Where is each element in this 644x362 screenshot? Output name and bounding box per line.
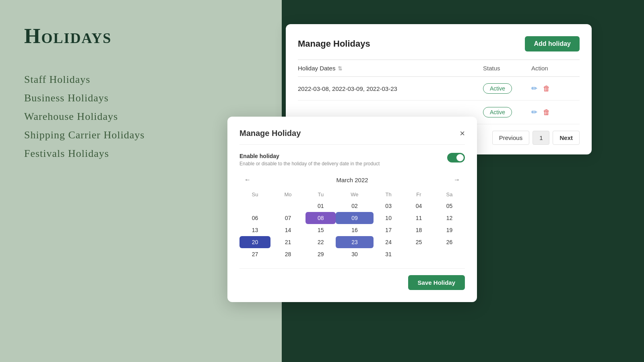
next-button[interactable]: Next xyxy=(553,131,580,145)
calendar-day[interactable]: 18 xyxy=(404,224,434,236)
close-button[interactable]: × xyxy=(460,129,465,138)
sidebar-item-warehouse-holidays[interactable]: Warehouse Holidays xyxy=(24,109,250,124)
card-header: Manage Holidays Add holiday xyxy=(298,36,580,51)
calendar-day[interactable]: 30 xyxy=(336,248,373,260)
calendar-day[interactable]: 11 xyxy=(404,212,434,224)
sort-icon: ⇅ xyxy=(338,65,343,72)
calendar-month: March 2022 xyxy=(336,177,368,183)
edit-icon[interactable]: ✏ xyxy=(531,84,537,93)
calendar-day[interactable]: 02 xyxy=(336,200,373,212)
page-1-button[interactable]: 1 xyxy=(533,131,549,145)
next-month-button[interactable]: → xyxy=(450,175,463,185)
calendar-day[interactable]: 31 xyxy=(374,248,404,260)
sidebar-item-staff-holidays[interactable]: Staff Holidays xyxy=(24,72,250,87)
row2-actions: ✏ 🗑 xyxy=(531,108,580,117)
table-row: 2022-03-08, 2022-03-09, 2022-03-23 Activ… xyxy=(298,77,580,101)
calendar-day xyxy=(239,200,270,212)
calendar-day[interactable]: 06 xyxy=(239,212,270,224)
calendar-week: 13141516171819 xyxy=(239,224,465,236)
sidebar-item-festivals-holidays[interactable]: Festivals Holidays xyxy=(24,146,250,161)
calendar-day[interactable]: 20 xyxy=(239,236,270,248)
col-status: Status xyxy=(483,65,531,72)
enable-holiday-desc: Enable or disable to the holiday of the … xyxy=(239,161,380,167)
calendar-week: 06070809101112 xyxy=(239,212,465,224)
sidebar-item-shipping-carrier-holidays[interactable]: Shipping Carrier Holidays xyxy=(24,128,250,143)
calendar-day[interactable]: 28 xyxy=(270,248,305,260)
calendar-day xyxy=(270,200,305,212)
previous-button[interactable]: Previous xyxy=(492,131,529,145)
calendar-day[interactable]: 15 xyxy=(305,224,336,236)
calendar-day[interactable]: 22 xyxy=(305,236,336,248)
edit-icon[interactable]: ✏ xyxy=(531,108,537,117)
enable-holiday-toggle[interactable] xyxy=(447,153,465,162)
manage-holiday-modal: Manage Holiday × Enable holiday Enable o… xyxy=(227,117,477,302)
modal-title: Manage Holiday xyxy=(239,129,301,138)
save-holiday-button[interactable]: Save Holiday xyxy=(408,275,465,290)
calendar-grid: Su Mo Tu We Th Fr Sa 0102030405060708091… xyxy=(239,189,465,260)
calendar-day[interactable]: 16 xyxy=(336,224,373,236)
calendar-day[interactable]: 26 xyxy=(434,236,465,248)
calendar-day[interactable]: 29 xyxy=(305,248,336,260)
sidebar-item-business-holidays[interactable]: Business Holidays xyxy=(24,90,250,106)
calendar-day[interactable]: 23 xyxy=(336,236,373,248)
calendar-day[interactable]: 01 xyxy=(305,200,336,212)
add-holiday-button[interactable]: Add holiday xyxy=(525,36,580,51)
calendar-day[interactable]: 04 xyxy=(404,200,434,212)
status-badge: Active xyxy=(483,107,512,117)
calendar-day[interactable]: 24 xyxy=(374,236,404,248)
calendar-day xyxy=(434,248,465,260)
calendar-day[interactable]: 19 xyxy=(434,224,465,236)
calendar-day[interactable]: 25 xyxy=(404,236,434,248)
enable-holiday-label: Enable holiday xyxy=(239,153,380,159)
delete-icon[interactable]: 🗑 xyxy=(543,84,550,93)
calendar-day[interactable]: 03 xyxy=(374,200,404,212)
calendar-week: 20212223242526 xyxy=(239,236,465,248)
sidebar-nav: Staff Holidays Business Holidays Warehou… xyxy=(24,72,250,161)
calendar-day[interactable]: 13 xyxy=(239,224,270,236)
col-action: Action xyxy=(531,65,580,72)
weekday-su: Su xyxy=(239,189,270,200)
calendar-day[interactable]: 21 xyxy=(270,236,305,248)
weekday-th: Th xyxy=(374,189,404,200)
status-badge: Active xyxy=(483,83,512,94)
calendar-day[interactable]: 27 xyxy=(239,248,270,260)
calendar: ← March 2022 → Su Mo Tu We Th Fr Sa 0102… xyxy=(239,175,465,260)
modal-footer: Save Holiday xyxy=(239,268,465,290)
calendar-day[interactable]: 12 xyxy=(434,212,465,224)
calendar-day[interactable]: 09 xyxy=(336,212,373,224)
row1-actions: ✏ 🗑 xyxy=(531,84,580,93)
calendar-day[interactable]: 14 xyxy=(270,224,305,236)
card-title: Manage Holidays xyxy=(298,39,370,49)
calendar-weekdays: Su Mo Tu We Th Fr Sa xyxy=(239,189,465,200)
weekday-mo: Mo xyxy=(270,189,305,200)
weekday-tu: Tu xyxy=(305,189,336,200)
row2-status: Active xyxy=(483,107,531,117)
enable-holiday-section: Enable holiday Enable or disable to the … xyxy=(239,153,465,167)
delete-icon[interactable]: 🗑 xyxy=(543,108,550,117)
calendar-day[interactable]: 17 xyxy=(374,224,404,236)
calendar-week: 2728293031 xyxy=(239,248,465,260)
calendar-day[interactable]: 07 xyxy=(270,212,305,224)
col-holiday-dates: Holiday Dates ⇅ xyxy=(298,65,483,72)
calendar-day xyxy=(404,248,434,260)
calendar-day[interactable]: 05 xyxy=(434,200,465,212)
page-title: Holidays xyxy=(24,24,250,48)
calendar-day[interactable]: 10 xyxy=(374,212,404,224)
enable-holiday-text: Enable holiday Enable or disable to the … xyxy=(239,153,380,167)
weekday-fr: Fr xyxy=(404,189,434,200)
calendar-week: 0102030405 xyxy=(239,200,465,212)
modal-header: Manage Holiday × xyxy=(239,129,465,145)
weekday-we: We xyxy=(336,189,373,200)
weekday-sa: Sa xyxy=(434,189,465,200)
calendar-nav: ← March 2022 → xyxy=(239,175,465,185)
prev-month-button[interactable]: ← xyxy=(241,175,254,185)
calendar-day[interactable]: 08 xyxy=(305,212,336,224)
row1-dates: 2022-03-08, 2022-03-09, 2022-03-23 xyxy=(298,85,483,92)
row1-status: Active xyxy=(483,83,531,94)
table-header: Holiday Dates ⇅ Status Action xyxy=(298,60,580,77)
